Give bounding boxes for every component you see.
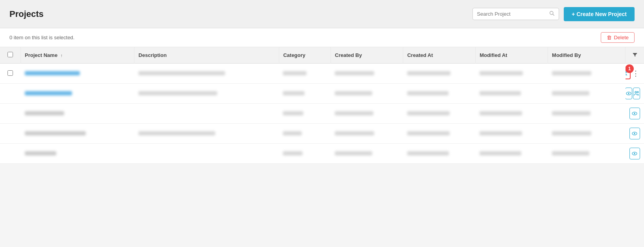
created-by-value <box>335 111 373 115</box>
row-project-name <box>21 84 135 104</box>
create-new-project-button[interactable]: + Create New Project <box>564 7 635 21</box>
project-name-value <box>25 91 72 95</box>
select-all-checkbox[interactable] <box>7 52 13 57</box>
table-row <box>0 124 644 144</box>
row-checkbox-cell <box>0 144 21 164</box>
th-checkbox <box>0 47 21 64</box>
row-modified-at <box>476 84 548 104</box>
category-value <box>283 71 306 75</box>
row-category <box>279 64 330 84</box>
row-checkbox-cell <box>0 104 21 124</box>
row-actions <box>629 128 640 139</box>
modified-at-value <box>480 111 522 115</box>
row-category <box>279 124 330 144</box>
th-category[interactable]: Category <box>279 47 330 64</box>
delete-button[interactable]: 🗑 Delete <box>601 32 635 43</box>
row-created-by <box>331 144 403 164</box>
row-actions-cell <box>626 84 644 104</box>
row-modified-at <box>476 144 548 164</box>
page-title: Projects <box>9 9 44 19</box>
svg-line-1 <box>553 14 554 16</box>
row-project-name <box>21 144 135 164</box>
delete-icon: 🗑 <box>607 35 612 40</box>
projects-table: Project Name ↑ Description Category Crea… <box>0 47 644 164</box>
row-modified-by <box>548 64 626 84</box>
svg-point-0 <box>550 11 553 15</box>
search-box[interactable] <box>472 8 559 20</box>
created-at-value <box>407 131 450 135</box>
delete-label: Delete <box>614 35 629 40</box>
row-created-at <box>403 64 476 84</box>
modified-at-value <box>480 71 523 75</box>
search-icon <box>549 11 555 17</box>
row-actions <box>629 148 640 159</box>
created-at-value <box>407 111 450 115</box>
row-description <box>135 144 279 164</box>
project-name-value <box>25 71 80 75</box>
row-project-name <box>21 104 135 124</box>
create-button-label: + Create New Project <box>572 11 627 17</box>
svg-point-15 <box>634 153 635 154</box>
created-at-value <box>407 71 450 75</box>
row-actions-cell: 1 ⋮ <box>626 64 644 84</box>
sort-asc-icon: ↑ <box>61 53 63 58</box>
view-button[interactable] <box>629 108 640 119</box>
description-value <box>138 131 215 135</box>
th-created-at[interactable]: Created At <box>403 47 476 64</box>
svg-point-8 <box>635 91 637 93</box>
row-actions-cell <box>626 104 644 124</box>
row-modified-at <box>476 64 548 84</box>
selection-info: 0 item on this list is selected. <box>9 35 74 40</box>
row-category <box>279 144 330 164</box>
th-modified-by[interactable]: Modified By <box>548 47 626 64</box>
row-description <box>135 124 279 144</box>
view-button[interactable] <box>629 148 640 159</box>
row-modified-by <box>548 104 626 124</box>
members-badge: 1 <box>626 64 634 73</box>
th-modified-at[interactable]: Modified At <box>476 47 548 64</box>
row-actions <box>629 108 640 119</box>
description-value <box>138 71 225 75</box>
row-created-by <box>331 104 403 124</box>
modified-by-value <box>552 131 591 135</box>
row-created-by <box>331 124 403 144</box>
row-actions-cell <box>626 124 644 144</box>
project-name-value <box>25 131 86 135</box>
projects-table-container: Project Name ↑ Description Category Crea… <box>0 47 644 164</box>
row-created-at <box>403 124 476 144</box>
th-project-name[interactable]: Project Name ↑ <box>21 47 135 64</box>
row-description <box>135 84 279 104</box>
created-by-value <box>335 71 374 75</box>
row-checkbox[interactable] <box>7 70 13 76</box>
description-value <box>138 91 217 95</box>
category-value <box>283 111 303 115</box>
created-at-value <box>407 91 448 95</box>
th-description[interactable]: Description <box>135 47 279 64</box>
members-button[interactable] <box>633 88 640 99</box>
modified-by-value <box>552 151 589 156</box>
row-created-by <box>331 64 403 84</box>
row-modified-at <box>476 124 548 144</box>
modified-at-value <box>480 91 521 95</box>
modified-at-value <box>480 131 522 135</box>
table-row <box>0 84 644 104</box>
view-button[interactable] <box>629 128 640 139</box>
created-by-value <box>335 91 372 95</box>
th-filter[interactable] <box>626 47 644 64</box>
row-category <box>279 84 330 104</box>
filter-icon[interactable] <box>632 52 638 59</box>
row-actions-cell <box>626 144 644 164</box>
created-by-value <box>335 131 374 135</box>
project-name-value <box>25 111 64 115</box>
table-row <box>0 104 644 124</box>
row-modified-by <box>548 144 626 164</box>
row-project-name <box>21 124 135 144</box>
search-input[interactable] <box>477 11 547 17</box>
row-created-at <box>403 104 476 124</box>
row-description <box>135 64 279 84</box>
row-description <box>135 104 279 124</box>
view-button[interactable] <box>626 88 632 99</box>
row-category <box>279 104 330 124</box>
modified-by-value <box>552 91 589 95</box>
th-created-by[interactable]: Created By <box>331 47 403 64</box>
